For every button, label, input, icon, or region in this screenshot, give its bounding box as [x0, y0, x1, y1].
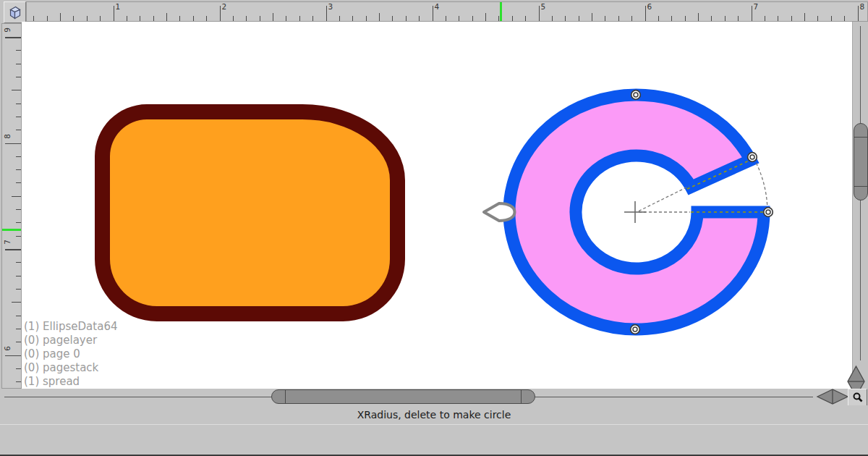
vertical-ruler: 9876 [1, 23, 22, 389]
ruler-label: 8 [3, 131, 12, 141]
layer-list-item: (0) page 0 [24, 347, 117, 361]
ruler-tick [472, 16, 473, 21]
ruler-tick [16, 329, 21, 329]
ruler-tick [525, 16, 526, 21]
ruler-tick [100, 16, 101, 21]
ruler-tick [778, 16, 778, 21]
layer-list-item: (1) EllipseData64 [24, 320, 117, 334]
ruler-tick [379, 13, 380, 21]
ruler-tick [16, 209, 21, 210]
ruler-tick [12, 302, 21, 303]
ruler-tick [831, 16, 832, 21]
canvas[interactable]: (1) EllipseData64(0) pagelayer(0) page 0… [22, 22, 852, 389]
horizontal-scrollbar[interactable] [0, 389, 852, 406]
ruler-tick [16, 236, 21, 237]
horizontal-spinner-diamond[interactable] [816, 389, 849, 405]
ruler-tick [5, 249, 21, 250]
ruler-label: 7 [754, 2, 759, 11]
ruler-tick [179, 16, 180, 21]
horizontal-ruler: 12345678 [26, 1, 868, 22]
ruler-tick [16, 156, 21, 157]
ruler-tick [246, 16, 247, 21]
horizontal-scrollbar-thumb[interactable] [271, 389, 535, 404]
ruler-tick [738, 16, 739, 21]
ruler-tick [16, 117, 21, 117]
ruler-tick [16, 276, 21, 276]
ruler-tick [114, 6, 115, 21]
ruler-tick [127, 16, 127, 21]
ruler-tick [419, 16, 420, 21]
direction-arrow-handle[interactable] [484, 203, 515, 221]
ruler-tick [16, 182, 21, 183]
ruler-tick [698, 13, 699, 21]
status-message: XRadius, delete to make circle [357, 409, 511, 421]
ruler-tick [16, 64, 21, 64]
bottom-toolbar: 1 Pages [0, 424, 868, 455]
ruler-tick [220, 6, 221, 21]
ruler-label: 8 [860, 2, 865, 11]
ruler-tick [16, 342, 21, 342]
ruler-tick [286, 16, 286, 21]
ruler-label: 4 [435, 2, 440, 11]
ruler-tick [193, 16, 194, 21]
ruler-tick [206, 16, 207, 21]
ruler-tick [658, 16, 659, 21]
ruler-tick [844, 16, 845, 21]
ruler-tick [804, 13, 805, 21]
ruler-tick [539, 6, 540, 21]
ruler-tick [817, 16, 818, 21]
ruler-tick [565, 16, 566, 21]
ruler-tick [87, 16, 88, 21]
layer-list-item: (0) pagestack [24, 361, 117, 375]
vertical-scrollbar-thumb[interactable] [854, 123, 868, 200]
vertical-scrollbar[interactable] [852, 22, 868, 405]
ruler-label: 1 [116, 2, 121, 11]
selection-handle-bottom[interactable] [631, 325, 640, 334]
vertical-cursor-marker [2, 229, 21, 231]
ruler-tick [12, 90, 21, 90]
ruler-tick [631, 16, 632, 21]
ruler-tick [233, 16, 234, 21]
ruler-tick [5, 355, 21, 357]
selection-handle-right[interactable] [764, 208, 773, 217]
ruler-tick [12, 196, 21, 197]
ruler-tick [339, 16, 340, 21]
ruler-tick [16, 77, 21, 77]
ruler-tick [16, 130, 21, 130]
horizontal-cursor-marker [500, 2, 502, 21]
ruler-tick [153, 16, 154, 21]
ruler-tick [33, 16, 34, 21]
ruler-tick [326, 6, 328, 21]
ruler-tick [485, 13, 486, 21]
ruler-tick [16, 289, 21, 290]
ruler-tick [552, 16, 553, 21]
selection-handle-angle[interactable] [748, 153, 757, 162]
ruler-tick [352, 16, 353, 21]
ruler-tick [16, 316, 21, 316]
ruler-tick [685, 16, 686, 21]
ruler-tick [392, 16, 393, 21]
ruler-tick [16, 169, 21, 170]
ruler-tick [16, 381, 21, 382]
ruler-tick [16, 368, 21, 369]
ruler-label: 3 [328, 2, 333, 11]
ruler-tick [273, 13, 273, 21]
ruler-tick [725, 16, 726, 21]
ruler-tick [16, 222, 21, 223]
ruler-tick [433, 6, 434, 21]
zoom-button[interactable] [848, 389, 867, 406]
selection-handle-top[interactable] [631, 90, 641, 100]
ruler-tick [16, 262, 21, 263]
ruler-label: 9 [3, 25, 12, 35]
ruler-tick [16, 104, 21, 104]
ruler-tick [579, 16, 579, 21]
ruler-tick [791, 16, 792, 21]
center-cross-marker [624, 201, 646, 223]
ruler-label: 2 [222, 2, 227, 11]
document-button[interactable] [4, 1, 26, 23]
ruler-tick [5, 37, 21, 38]
ruler-tick [459, 16, 459, 21]
ruler-tick [645, 6, 647, 21]
ruler-label: 5 [541, 2, 546, 11]
ruler-tick [605, 16, 605, 21]
